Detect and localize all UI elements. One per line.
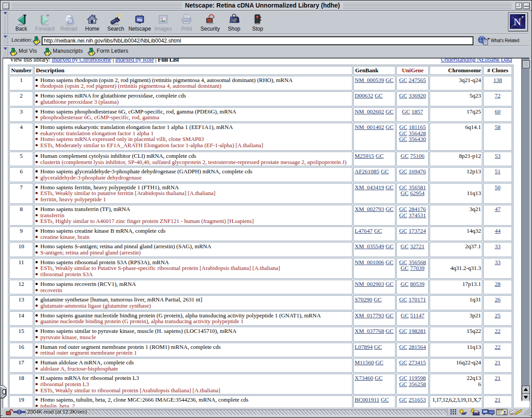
svg-text:N: N bbox=[513, 16, 521, 27]
svg-text:My: My bbox=[137, 18, 142, 22]
svg-text:@: @ bbox=[232, 17, 237, 22]
